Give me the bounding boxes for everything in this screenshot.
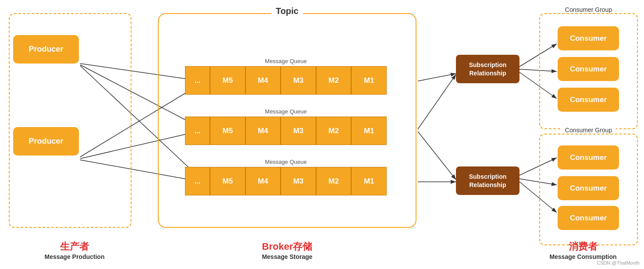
producer-bottom-label: 生产者 Message Production: [13, 240, 136, 260]
subscription-label-2: SubscriptionRelationship: [469, 173, 507, 188]
mq-cell-m2-3: M2: [316, 167, 352, 195]
producer-1-label: Producer: [28, 45, 63, 54]
producer-box-1: Producer: [13, 35, 79, 64]
broker-section: Topic Message Queue ... M5 M4 M3 M2 M1 M…: [158, 13, 416, 228]
consumer-en-label: Message Consumption: [526, 253, 640, 260]
mq-label-3: Message Queue: [185, 159, 387, 165]
consumer-2-1: Consumer: [558, 145, 619, 170]
mq-cell-m4-1: M4: [246, 66, 281, 95]
subscription-box-1: SubscriptionRelationship: [456, 55, 519, 83]
mq-cell-m1-3: M1: [351, 167, 387, 195]
subscription-box-2: SubscriptionRelationship: [456, 166, 519, 195]
mq-cell-m2-1: M2: [316, 66, 352, 95]
topic-label: Topic: [271, 6, 303, 16]
message-queue-2: Message Queue ... M5 M4 M3 M2 M1: [185, 108, 387, 145]
consumer-2-3: Consumer: [558, 206, 619, 230]
consumer-group-2: Consumer Group Consumer Consumer Consume…: [539, 134, 638, 245]
mq-cell-m3-1: M3: [281, 66, 316, 95]
diagram-container: Producer Producer Topic Message Queue ..…: [0, 0, 644, 269]
svg-line-7: [418, 74, 456, 81]
mq-cell-m3-2: M3: [281, 117, 316, 145]
broker-zh-label: Broker存储: [158, 240, 416, 253]
cg-label-2: Consumer Group: [562, 127, 616, 134]
mq-cell-dots-3: ...: [185, 167, 210, 195]
consumer-1-2: Consumer: [558, 57, 619, 81]
mq-cell-m4-3: M4: [246, 167, 281, 195]
producer-2-label: Producer: [28, 137, 63, 146]
watermark: CSDN @ThatMonth: [597, 260, 640, 265]
mq-cell-m1-1: M1: [351, 66, 387, 95]
subscription-label-1: SubscriptionRelationship: [469, 61, 507, 77]
mq-row-1: ... M5 M4 M3 M2 M1: [185, 66, 387, 95]
consumer-zh-label: 消费者: [526, 240, 640, 253]
mq-cell-m5-3: M5: [210, 167, 246, 195]
producer-box-2: Producer: [13, 127, 79, 156]
message-queue-1: Message Queue ... M5 M4 M3 M2 M1: [185, 58, 387, 95]
mq-cell-dots-1: ...: [185, 66, 210, 95]
mq-cell-m5-1: M5: [210, 66, 246, 95]
consumer-2-2: Consumer: [558, 176, 619, 200]
mq-cell-m2-2: M2: [316, 117, 352, 145]
producer-en-label: Message Production: [13, 253, 136, 260]
broker-en-label: Message Storage: [158, 253, 416, 260]
mq-cell-m3-3: M3: [281, 167, 316, 195]
broker-bottom-label: Broker存储 Message Storage: [158, 240, 416, 260]
producer-zh-label: 生产者: [13, 240, 136, 253]
mq-cell-m4-2: M4: [246, 117, 281, 145]
mq-row-3: ... M5 M4 M3 M2 M1: [185, 167, 387, 195]
message-queue-3: Message Queue ... M5 M4 M3 M2 M1: [185, 159, 387, 195]
consumer-1-3: Consumer: [558, 88, 619, 112]
mq-label-1: Message Queue: [185, 58, 387, 64]
mq-row-2: ... M5 M4 M3 M2 M1: [185, 117, 387, 145]
consumer-bottom-label: 消费者 Message Consumption: [526, 240, 640, 260]
mq-cell-m5-2: M5: [210, 117, 246, 145]
consumer-1-1: Consumer: [558, 26, 619, 50]
mq-cell-dots-2: ...: [185, 117, 210, 145]
svg-line-9: [418, 131, 456, 180]
cg-label-1: Consumer Group: [562, 6, 616, 13]
mq-cell-m1-2: M1: [351, 117, 387, 145]
mq-label-2: Message Queue: [185, 108, 387, 115]
consumer-group-1: Consumer Group Consumer Consumer Consume…: [539, 13, 638, 129]
svg-line-8: [418, 74, 456, 129]
